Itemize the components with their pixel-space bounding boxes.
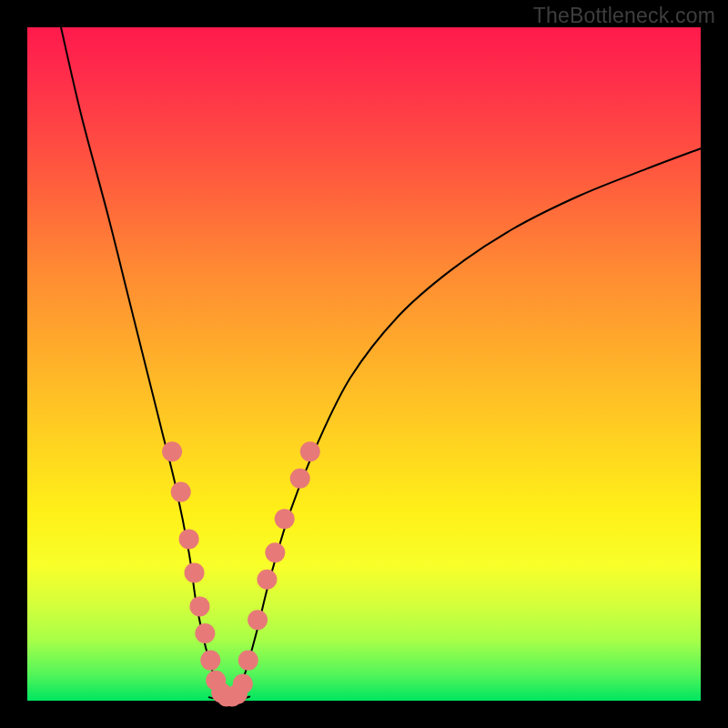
marker-dot [185, 562, 205, 582]
marker-dot [248, 610, 268, 630]
watermark-text: TheBottleneck.com [533, 4, 715, 28]
marker-dot [162, 441, 182, 461]
marker-dot [200, 651, 220, 671]
marker-dot [233, 674, 253, 694]
marker-dot [290, 469, 310, 489]
marker-dot [265, 542, 285, 562]
marker-dot [179, 529, 199, 549]
marker-dot [238, 651, 258, 671]
series-right-branch [236, 148, 701, 693]
marker-dot [171, 482, 191, 502]
marker-dot [300, 441, 320, 461]
marker-dot [195, 623, 215, 643]
chart-svg [27, 27, 701, 701]
marker-dot [189, 596, 209, 616]
marker-dot [257, 570, 277, 590]
marker-dot [275, 509, 295, 529]
chart-markers [162, 441, 320, 706]
chart-lines [61, 27, 701, 700]
series-left-branch [61, 27, 223, 694]
